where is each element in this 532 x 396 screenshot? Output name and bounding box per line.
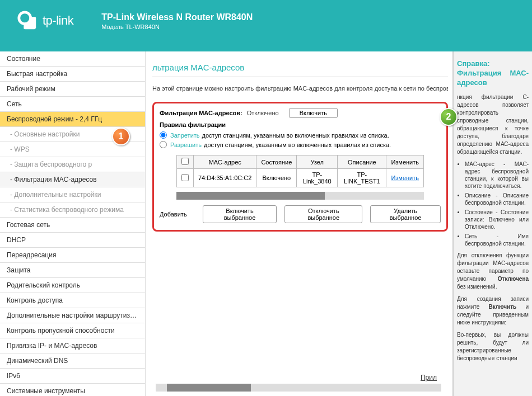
filter-status: Отключено <box>247 110 279 116</box>
sidebar-item-bandwidth[interactable]: Контроль пропускной способности <box>0 323 145 338</box>
cell-node: TP-Link_3840 <box>297 169 338 187</box>
row-checkbox[interactable] <box>181 174 189 181</box>
sidebar-item-ipv6[interactable]: IPv6 <box>0 369 145 384</box>
main-scrollbar[interactable] <box>156 384 441 392</box>
annotation-badge-2: 2 <box>440 108 458 126</box>
mac-table: МАС-адрес Состояние Узел Описание Измени… <box>176 155 424 187</box>
annotation-badge-1: 1 <box>112 128 130 145</box>
radio-allow[interactable] <box>160 141 167 148</box>
product-model: Модель TL-WR840N <box>101 23 253 30</box>
sidebar-sub-macfilter[interactable]: - Фильтрация MAC-адресов <box>0 172 145 187</box>
table-row: 74:D4:35:A1:0C:C2 Включено TP-Link_3840 … <box>177 169 424 187</box>
sidebar-item-access[interactable]: Контроль доступа <box>0 293 145 308</box>
cell-desc: TP-LINK_TEST1 <box>338 169 386 187</box>
col-node: Узел <box>297 155 338 169</box>
cell-mac: 74:D4:35:A1:0C:C2 <box>194 169 256 187</box>
radio-allow-text: доступ станциям, указанным во включенных… <box>204 142 391 148</box>
col-edit: Изменить <box>386 155 424 169</box>
help-p4: Во-первых, вы должны решить, будут ли за… <box>457 331 529 362</box>
svg-rect-2 <box>30 17 36 29</box>
sidebar-item-parental[interactable]: Родительский контроль <box>0 278 145 293</box>
edit-link[interactable]: Изменить <box>391 175 419 181</box>
brand-text: tp-link <box>43 13 73 28</box>
help-bullet: Описание - Описание беспроводной станции… <box>465 192 529 206</box>
add-button[interactable]: Добавить <box>160 205 195 223</box>
brand-logo: tp-link <box>17 10 73 31</box>
help-p3: Для создания записи нажмите Включить и с… <box>457 295 529 327</box>
svg-point-0 <box>19 12 31 24</box>
sidebar-item-dhcp[interactable]: DHCP <box>0 233 145 248</box>
select-all-checkbox[interactable] <box>181 158 189 165</box>
radio-allow-label: Разрешить <box>170 142 202 148</box>
divider <box>152 77 448 77</box>
col-desc: Описание <box>338 155 386 169</box>
enable-button[interactable]: Включить <box>289 108 338 118</box>
sidebar-item-security[interactable]: Защита <box>0 263 145 278</box>
filter-label: Фильтрация МАС-адресов: <box>160 110 242 116</box>
sidebar-item-guest[interactable]: Гостевая сеть <box>0 218 145 233</box>
enable-selected-button[interactable]: Включить выбранное <box>203 205 277 223</box>
pril-link[interactable]: Прил <box>421 374 437 381</box>
page-title: льтрация MAC-адресов <box>152 63 448 72</box>
help-bullet: Состояние - Состояние записи: Включено и… <box>465 209 529 230</box>
help-bullet: МАС-адрес - МАС-адрес беспроводной станц… <box>465 161 529 190</box>
sidebar-item-status[interactable]: Состояние <box>0 51 145 67</box>
help-bullet: Сеть - Имя беспроводной станции. <box>465 233 529 247</box>
sidebar-item-system[interactable]: Системные инструменты <box>0 384 145 396</box>
col-state: Состояние <box>256 155 297 169</box>
sidebar-item-ipmac[interactable]: Привязка IP- и MAC-адресов <box>0 338 145 353</box>
sidebar: Состояние Быстрая настройка Рабочий режи… <box>0 51 146 396</box>
col-mac: МАС-адрес <box>194 155 256 169</box>
sidebar-sub-security[interactable]: - Защита беспроводного р <box>0 157 145 172</box>
sidebar-item-wireless[interactable]: Беспроводной режим - 2,4 ГГц <box>0 112 145 127</box>
highlight-box: Фильтрация МАС-адресов: Отключено Включи… <box>152 102 448 232</box>
cell-state: Включено <box>256 169 297 187</box>
header-titles: TP-Link Wireless N Router WR840N Модель … <box>101 10 253 30</box>
help-list: МАС-адрес - МАС-адрес беспроводной станц… <box>457 161 529 247</box>
help-panel: Справка: Фильтрация МАС-адресов нкция фи… <box>452 51 532 396</box>
radio-deny-label: Запретить <box>170 132 200 139</box>
help-intro: нкция фильтрации С-адресов позволяет кон… <box>457 93 529 156</box>
radio-deny-text: доступ станциям, указанным во включенных… <box>202 132 389 139</box>
product-title: TP-Link Wireless N Router WR840N <box>101 12 253 22</box>
sidebar-sub-advanced[interactable]: - Дополнительные настройки <box>0 187 145 202</box>
rules-title: Правила фильтрации <box>160 121 441 128</box>
sidebar-item-quicksetup[interactable]: Быстрая настройка <box>0 67 145 82</box>
sidebar-sub-stats[interactable]: - Статистика беспроводного режима <box>0 202 145 218</box>
page-description: На этой странице можно настроить фильтра… <box>152 85 448 92</box>
sidebar-item-ddns[interactable]: Динамический DNS <box>0 353 145 369</box>
disable-selected-button[interactable]: Отключить выбранное <box>284 205 362 223</box>
main-content: льтрация MAC-адресов На этой странице мо… <box>146 51 452 396</box>
sidebar-item-forward[interactable]: Переадресация <box>0 248 145 263</box>
table-scrollbar[interactable] <box>176 192 424 200</box>
tplink-logo-icon <box>17 10 38 31</box>
help-p2: Для отключения функции фильтрации МАС-ад… <box>457 252 529 291</box>
help-title: Справка: Фильтрация МАС-адресов <box>457 59 529 88</box>
header: tp-link TP-Link Wireless N Router WR840N… <box>0 0 532 51</box>
sidebar-item-network[interactable]: Сеть <box>0 97 145 112</box>
sidebar-item-mode[interactable]: Рабочий режим <box>0 82 145 97</box>
sidebar-item-routing[interactable]: Дополнительные настройки маршрутизации <box>0 308 145 323</box>
delete-selected-button[interactable]: Удалить выбранное <box>370 205 441 223</box>
radio-deny[interactable] <box>160 131 167 139</box>
